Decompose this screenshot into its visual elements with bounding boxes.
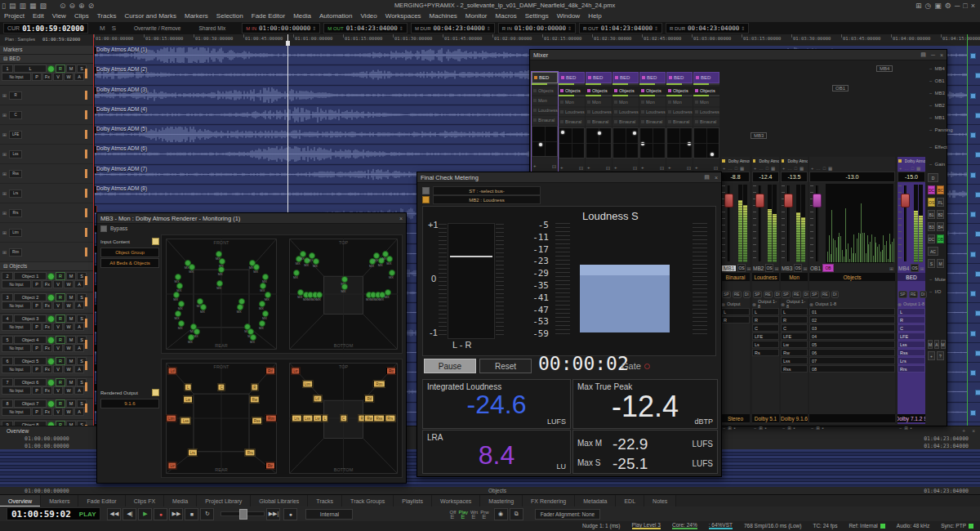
mixer-fader-strip-mb2[interactable]: Dolby Atmos+…□▦-12.4MB2OS⊞LoudnessSPREDI… — [752, 157, 779, 424]
object-dot[interactable]: MX — [259, 301, 265, 307]
add-button[interactable]: + — [754, 166, 756, 171]
pan-strip-row-loudness[interactable]: Loudness — [559, 108, 585, 116]
pan-strip-row-objects[interactable]: Objects — [693, 87, 719, 95]
pan-position-dot[interactable] — [710, 153, 714, 156]
menu-item-window[interactable]: Window — [553, 11, 584, 22]
fx-button[interactable]: Fx — [42, 408, 52, 416]
matrix-chip-mb3[interactable]: MB3 — [751, 132, 767, 139]
expand-icon[interactable]: ⊞ — [2, 171, 7, 176]
object-dot[interactable]: MX — [218, 266, 225, 273]
pan-strip-row-binaural[interactable]: Binaural — [612, 118, 639, 126]
box-icon[interactable]: □ — [766, 166, 768, 171]
speaker-chip-rw[interactable]: Rw — [250, 395, 261, 403]
speaker-chip-c[interactable]: C — [217, 383, 225, 390]
snapshot-camera-icon[interactable]: ◉ — [494, 508, 508, 520]
output-channel-07[interactable]: 07 — [809, 357, 895, 364]
w-button[interactable]: W — [64, 323, 74, 331]
spin-icon[interactable]: ⇕ — [487, 25, 491, 31]
matrix-chip-ob1[interactable]: OB1 — [832, 85, 849, 91]
output-channel-06[interactable]: 06 — [809, 349, 895, 356]
strip-id-label[interactable]: OB1 — [810, 266, 821, 271]
overview-pin-icon[interactable]: + — [962, 428, 965, 434]
mixer-close-icon[interactable]: × — [940, 52, 943, 58]
pan-strip-bus-label[interactable]: BED — [666, 72, 693, 83]
play-cursor[interactable] — [287, 34, 288, 213]
p-button[interactable]: P — [32, 301, 42, 310]
re-button[interactable]: RE — [733, 291, 742, 298]
right-col-button-b3[interactable]: B3 — [928, 222, 935, 231]
right-col-button-s[interactable]: S — [928, 259, 935, 268]
expand-icon[interactable]: ⊞ — [2, 230, 7, 235]
clip-fade-handle[interactable] — [975, 113, 980, 118]
pan-xy-pad[interactable] — [639, 127, 666, 158]
save-as-icon[interactable]: ▦ — [29, 2, 37, 10]
v-button[interactable]: V — [53, 344, 63, 352]
clip-fade-handle[interactable] — [975, 390, 980, 395]
m-button[interactable]: M — [66, 293, 76, 301]
di-button[interactable]: DI — [743, 291, 751, 298]
clip-fade-handle[interactable] — [975, 310, 980, 316]
section-label-mute[interactable]: −Mute — [928, 273, 946, 285]
speaker-chip-ltm[interactable]: Ltm — [302, 380, 314, 387]
p-button[interactable]: P — [32, 408, 42, 416]
pan-strip-row-mon[interactable]: Mon — [666, 98, 693, 106]
collapse-button[interactable]: − — [754, 426, 756, 431]
fader-cap[interactable] — [755, 194, 764, 207]
pan-strip-bus-label[interactable]: BED — [639, 72, 666, 83]
speaker-chip-r[interactable]: R — [251, 383, 258, 390]
add-button[interactable]: + — [723, 166, 725, 171]
library-icon[interactable]: ▧ — [40, 2, 47, 10]
expand-button[interactable]: ⊞ — [728, 426, 732, 431]
objects-group-header[interactable]: ⊟ Objects — [0, 262, 94, 271]
record-arm-indicator[interactable] — [47, 337, 55, 344]
fader-zone[interactable] — [809, 184, 895, 263]
output-channel-lfe[interactable]: LFE — [898, 332, 925, 340]
clip-fade-handle[interactable] — [970, 410, 976, 416]
speaker-chip-lrs[interactable]: Lrs — [187, 449, 197, 457]
record-button[interactable]: ● — [154, 508, 167, 520]
metering-menu-icon[interactable]: ▤ — [704, 174, 710, 181]
mix-mode-label[interactable]: Shared Mix — [198, 25, 225, 31]
menu-item-monitor[interactable]: Monitor — [461, 11, 492, 22]
object-dot[interactable]: MX — [316, 292, 323, 298]
right-col-button-bc[interactable]: BC — [937, 185, 944, 194]
pan-position-dot[interactable] — [561, 131, 564, 134]
pan-strip-row-objects[interactable]: Objects — [612, 87, 639, 95]
section-label-ob1[interactable]: −OB1 — [928, 74, 946, 87]
w-button[interactable]: W — [64, 365, 74, 373]
jog-slider[interactable] — [220, 511, 265, 516]
pan-strip-row-objects[interactable]: Objects — [586, 87, 612, 95]
object-dot[interactable]: MX — [300, 251, 306, 257]
output-collapse-icon[interactable]: ⊗ — [898, 301, 902, 307]
p-button[interactable]: P — [32, 386, 42, 395]
fader-zone[interactable] — [781, 184, 808, 263]
clock-icon[interactable]: ◷ — [924, 2, 931, 10]
output-channel-l[interactable]: L — [721, 308, 750, 315]
r-button[interactable]: R — [56, 399, 65, 408]
zoom-fit-icon[interactable]: ⊘ — [88, 2, 95, 10]
spin-icon[interactable]: ⇕ — [568, 25, 572, 31]
menu-item-tracks[interactable]: Tracks — [93, 11, 121, 22]
collapsed-track-c[interactable]: ⊞C — [0, 105, 94, 125]
grid-icon[interactable]: ▦ — [771, 166, 775, 171]
menu-item-clips[interactable]: Clips — [70, 11, 93, 22]
collapse-button[interactable]: − — [811, 426, 813, 431]
a-button[interactable]: A — [74, 365, 84, 373]
input-chip[interactable]: No Input — [2, 408, 31, 416]
pan-position-dot[interactable] — [539, 143, 542, 146]
input-content-led[interactable] — [152, 238, 159, 245]
mark-out-cursor[interactable] — [967, 34, 968, 426]
pan-strip-row-objects[interactable]: Objects — [666, 87, 693, 95]
output-channel-l[interactable]: L — [781, 308, 808, 315]
dot-button[interactable]: ▪ — [822, 426, 824, 431]
speaker-chip-lss[interactable]: Lss — [180, 417, 191, 424]
tab-edl[interactable]: EDL — [616, 495, 644, 507]
mixer-pan-strip[interactable]: BEDObjectsMonLoudnessBinaural+⊡-44.1 — [693, 72, 719, 184]
loop-button[interactable]: ↻ — [200, 508, 214, 520]
sp-button[interactable]: SP — [810, 291, 819, 298]
tab-fx-rendering[interactable]: FX Rendering — [523, 495, 575, 507]
collapse-dash[interactable]: − — [929, 289, 933, 294]
input-chip[interactable]: No Input — [2, 365, 31, 373]
output-channel-rss[interactable]: Rss — [781, 365, 808, 373]
section-label-gain[interactable]: −Gain — [928, 158, 946, 170]
